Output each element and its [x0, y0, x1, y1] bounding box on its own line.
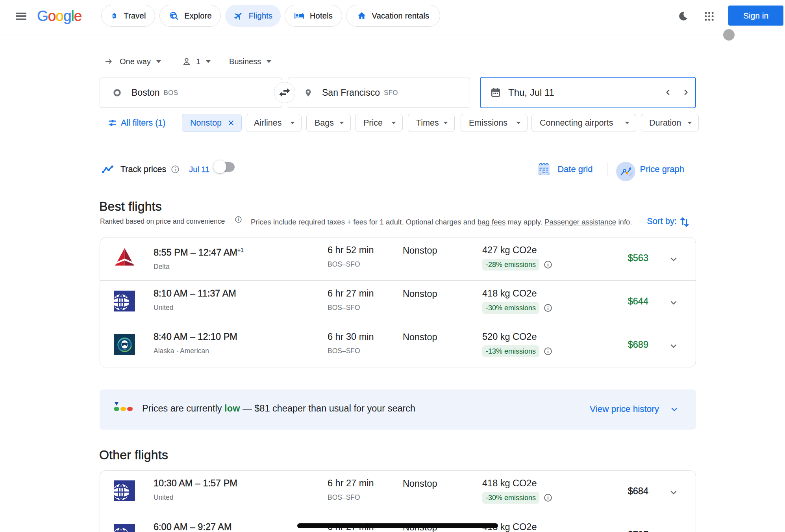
- svg-text:G: G: [113, 14, 115, 18]
